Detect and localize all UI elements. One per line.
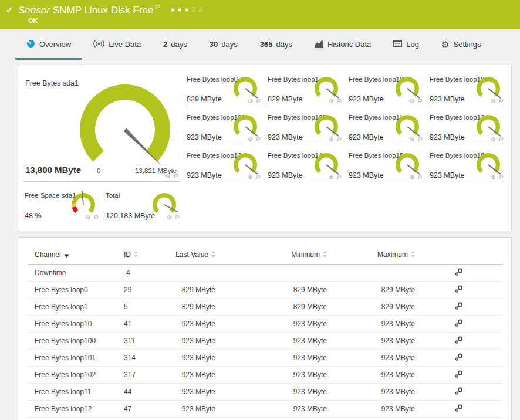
tab-historic-data[interactable]: Historic Data bbox=[304, 29, 381, 60]
gear-icon[interactable]: ⚙ bbox=[491, 137, 496, 143]
channel-cell: 923 MByte bbox=[168, 401, 215, 418]
column-header-minimum[interactable]: Minimum bbox=[215, 243, 327, 265]
channel-cell: 923 MByte bbox=[327, 401, 415, 418]
pin-icon[interactable]: ⚲ bbox=[416, 97, 423, 105]
object-kind-label: Sensor bbox=[18, 5, 50, 16]
pin-icon[interactable]: ⚲ bbox=[254, 136, 261, 143]
channel-settings-cell[interactable] bbox=[415, 299, 503, 316]
pin-icon[interactable]: ⚲ bbox=[92, 214, 99, 221]
channel-settings-cell[interactable] bbox=[415, 350, 503, 367]
gear-icon[interactable]: ⚙ bbox=[329, 137, 334, 143]
channel-name: Free Bytes loop12 bbox=[28, 401, 117, 418]
tile-actions: ⚙ ⚲ bbox=[329, 174, 341, 181]
channel-cell: 314 bbox=[117, 350, 168, 367]
edit-channel-icon bbox=[455, 336, 463, 344]
channel-settings-cell[interactable] bbox=[415, 384, 503, 401]
channel-name: Free Bytes loop10 bbox=[28, 316, 117, 333]
pin-icon[interactable]: ⚲ bbox=[335, 136, 342, 143]
pin-icon[interactable]: ⚲ bbox=[416, 174, 423, 181]
tab-overview[interactable]: Overview bbox=[15, 29, 82, 60]
gear-icon[interactable]: ⚙ bbox=[410, 99, 415, 104]
gear-icon[interactable]: ⚙ bbox=[86, 215, 91, 221]
gauge-title: Total bbox=[106, 192, 120, 199]
pin-icon[interactable]: ⚲ bbox=[254, 174, 261, 181]
pin-icon[interactable]: ⚲ bbox=[497, 136, 504, 143]
gauge-tile[interactable]: Free Bytes loop16 923 MByte ⚙ ⚲ bbox=[428, 149, 509, 187]
tab-live-data[interactable]: Live Data bbox=[83, 29, 151, 60]
gauge-tile[interactable]: Free Bytes loop0 829 MByte ⚙ ⚲ bbox=[185, 73, 266, 111]
gauge-tile[interactable]: Free Bytes loop102 923 MByte ⚙ ⚲ bbox=[266, 111, 347, 149]
gauge-tile[interactable]: Free Bytes loop10 923 MByte ⚙ ⚲ bbox=[347, 73, 428, 111]
channel-settings-cell[interactable] bbox=[415, 333, 503, 350]
channel-name: Free Bytes loop11 bbox=[28, 384, 117, 401]
pin-icon[interactable]: ⚲ bbox=[335, 174, 342, 181]
overview-content: Free Bytes sda1 x̄ 13,800 MByte 0 13,821… bbox=[0, 60, 520, 420]
sensor-title-line: SensorSNMP Linux Disk Free⚐★★★☆☆ bbox=[18, 4, 205, 16]
gauge-tile[interactable]: Free Bytes loop14 923 MByte ⚙ ⚲ bbox=[266, 149, 347, 187]
tab-number: 2 bbox=[163, 40, 167, 49]
pin-icon[interactable]: ⚲ bbox=[254, 97, 261, 105]
gear-icon[interactable]: ⚙ bbox=[491, 175, 496, 181]
pin-icon[interactable]: ⚲ bbox=[171, 172, 179, 180]
channel-cell: 44 bbox=[117, 384, 168, 401]
column-header-id[interactable]: ID bbox=[117, 243, 168, 265]
tab-2-days[interactable]: 2 days bbox=[153, 29, 198, 60]
gauge-tile-free-space[interactable]: Free Space sda1 48 % ⚙ ⚲ bbox=[23, 187, 104, 227]
column-header-channel[interactable]: Channel bbox=[28, 243, 117, 265]
table-row: Free Bytes loop102317923 MByte923 MByte9… bbox=[28, 367, 503, 384]
gear-icon[interactable]: ⚙ bbox=[329, 99, 334, 104]
pin-icon[interactable]: ⚲ bbox=[497, 174, 504, 181]
gear-icon[interactable]: ⚙ bbox=[167, 215, 172, 221]
pin-icon[interactable]: ⚲ bbox=[416, 136, 423, 143]
channel-cell: 829 MByte bbox=[327, 282, 415, 299]
channel-settings-cell[interactable] bbox=[415, 265, 503, 282]
gauge-title: Free Bytes sda1 bbox=[25, 79, 79, 87]
gauge-tile[interactable]: Free Bytes loop13 923 MByte ⚙ ⚲ bbox=[185, 149, 266, 187]
sensor-status-badge: OK bbox=[28, 17, 38, 24]
column-header-maximum[interactable]: Maximum bbox=[327, 243, 415, 265]
channel-settings-cell[interactable] bbox=[415, 282, 503, 299]
table-row: Downtime-4 bbox=[28, 265, 503, 282]
priority-stars[interactable]: ★★★☆☆ bbox=[170, 6, 204, 13]
tile-actions: ⚙ ⚲ bbox=[166, 173, 178, 179]
gear-icon[interactable]: ⚙ bbox=[410, 137, 415, 143]
channel-cell: 923 MByte bbox=[327, 350, 415, 367]
gear-icon[interactable]: ⚙ bbox=[329, 175, 334, 181]
channel-cell: -4 bbox=[117, 265, 168, 282]
tab-30-days[interactable]: 30 days bbox=[199, 29, 248, 60]
gear-icon[interactable]: ⚙ bbox=[248, 175, 253, 181]
gauge-tile-total[interactable]: Total 120,183 MByte ⚙ ⚲ bbox=[104, 187, 185, 227]
channel-settings-cell[interactable] bbox=[415, 401, 503, 418]
column-header-last-value[interactable]: Last Value bbox=[168, 243, 215, 265]
gauge-tile[interactable]: Free Bytes loop11 923 MByte ⚙ ⚲ bbox=[347, 111, 428, 149]
edit-channel-icon bbox=[455, 302, 463, 310]
primary-gauge: x̄ bbox=[72, 80, 178, 180]
gear-icon[interactable]: ⚙ bbox=[166, 174, 171, 179]
gauge-tile[interactable]: Free Bytes loop101 923 MByte ⚙ ⚲ bbox=[185, 111, 266, 149]
tab-settings[interactable]: ⚙ Settings bbox=[431, 29, 491, 60]
gauge-value: 923 MByte bbox=[187, 133, 222, 141]
tab-log[interactable]: Log bbox=[383, 29, 430, 60]
pin-icon[interactable]: ⚲ bbox=[173, 214, 180, 221]
gear-icon[interactable]: ⚙ bbox=[410, 175, 415, 181]
table-row: Free Bytes loop1041923 MByte923 MByte923… bbox=[28, 316, 503, 333]
gauge-tile[interactable]: Free Bytes loop15 923 MByte ⚙ ⚲ bbox=[347, 149, 428, 187]
tile-actions: ⚙ ⚲ bbox=[167, 214, 179, 221]
gauge-tile[interactable]: Free Bytes loop100 923 MByte ⚙ ⚲ bbox=[428, 73, 509, 111]
tab-365-days[interactable]: 365 days bbox=[249, 29, 303, 60]
channel-settings-cell[interactable] bbox=[415, 316, 503, 333]
gauge-tile[interactable]: Free Bytes loop12 923 MByte ⚙ ⚲ bbox=[428, 111, 509, 149]
gauge-tile[interactable]: Free Bytes loop1 829 MByte ⚙ ⚲ bbox=[266, 73, 347, 111]
pin-icon[interactable]: ⚲ bbox=[497, 97, 504, 105]
channel-settings-cell[interactable] bbox=[415, 367, 503, 384]
gauge-tile-primary[interactable]: Free Bytes sda1 x̄ 13,800 MByte 0 13,821… bbox=[23, 73, 185, 187]
pin-icon[interactable]: ⚲ bbox=[335, 97, 342, 105]
gear-icon[interactable]: ⚙ bbox=[248, 99, 253, 104]
gauge-value: 923 MByte bbox=[430, 133, 465, 141]
gear-icon[interactable]: ⚙ bbox=[491, 99, 496, 104]
tile-actions: ⚙ ⚲ bbox=[86, 214, 98, 221]
channel-cell: 923 MByte bbox=[215, 367, 327, 384]
sensor-header: ✓ SensorSNMP Linux Disk Free⚐★★★☆☆ OK bbox=[0, 0, 520, 29]
flag-icon[interactable]: ⚐ bbox=[156, 4, 161, 10]
gear-icon[interactable]: ⚙ bbox=[248, 137, 253, 143]
